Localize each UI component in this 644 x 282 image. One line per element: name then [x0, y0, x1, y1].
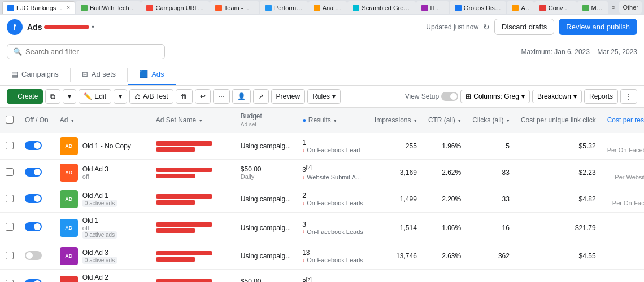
table-row: AD Old Ad 2 off 0 active ads $50.00 Dail… [0, 270, 644, 283]
row-toggle-cell-4[interactable] [19, 243, 54, 270]
nav-refresh-button[interactable]: ↻ [483, 23, 490, 32]
tab-maps[interactable]: Maps [577, 1, 608, 14]
toggle-0[interactable] [25, 141, 42, 150]
adset-redacted2-0 [156, 147, 195, 152]
result-icon-3: ↓ [302, 228, 305, 235]
tab-label-performance: Performance [274, 5, 303, 11]
row-adset-cell-2 [150, 186, 235, 213]
row-toggle-cell-5[interactable] [19, 270, 54, 283]
breakdown-label: Breakdown [537, 92, 571, 100]
edit-dropdown-button[interactable]: ▾ [114, 89, 127, 104]
select-all-checkbox[interactable] [6, 116, 14, 124]
row-cost-result-4: $38.48 [602, 243, 644, 270]
row-toggle-cell-0[interactable] [19, 133, 54, 160]
tab-groups[interactable]: Groups Discover [450, 1, 507, 14]
row-checkbox-cell[interactable] [0, 213, 19, 243]
tab-campaign[interactable]: Campaign URL Buil... [141, 1, 209, 14]
view-setup-toggle[interactable] [441, 92, 458, 101]
row-toggle-cell-3[interactable] [19, 213, 54, 243]
row-checkbox-cell[interactable] [0, 186, 19, 213]
tab-other-label[interactable]: Other [619, 1, 642, 14]
row-checkbox-cell[interactable] [0, 133, 19, 160]
more-cols-button[interactable]: ⋮ [620, 89, 637, 104]
header-cost-result[interactable]: Cost per result ↑ [602, 108, 644, 133]
tab-hotjar[interactable]: Team - Hotjar [210, 1, 259, 14]
header-ctr[interactable]: CTR (all) ▾ [423, 108, 467, 133]
cost-result-sub-1: Per Website Subm... [607, 174, 644, 180]
header-budget[interactable]: Budget Ad set [235, 108, 297, 133]
nav-red-bar [44, 25, 89, 29]
adset-redacted-0 [156, 141, 212, 146]
row-ad-cell-4: AD Old Ad 3 0 active ads [54, 243, 150, 270]
ab-test-button[interactable]: ⚖ A/B Test [129, 89, 173, 104]
more-button[interactable]: ⋯ [213, 89, 230, 104]
nav-dropdown-icon[interactable]: ▾ [92, 24, 94, 30]
create-button[interactable]: + Create [7, 89, 43, 104]
ad-name-3: Old 1 [82, 217, 117, 224]
header-ad[interactable]: Ad ▾ [54, 108, 150, 133]
view-setup-control[interactable]: View Setup [405, 92, 459, 101]
edit-button[interactable]: ✏️ Edit [79, 89, 111, 104]
tab-health[interactable]: Health [416, 1, 449, 14]
tab-overflow-button[interactable]: » [608, 3, 619, 11]
adsets-tab[interactable]: ⊞ Ad sets [71, 64, 127, 85]
preview-button[interactable]: Preview [271, 89, 306, 104]
tab-convertkit[interactable]: ConvertKit [534, 1, 577, 14]
header-results[interactable]: ● Results ▾ [297, 108, 369, 133]
ad-sort-icon: ▾ [71, 118, 74, 124]
toggle-3[interactable] [25, 222, 42, 231]
discard-drafts-button[interactable]: Discard drafts [494, 19, 554, 35]
row-checkbox-4[interactable] [6, 252, 14, 259]
ads-tab[interactable]: 🟦 Ads [128, 64, 175, 85]
header-off-on: Off / On [19, 108, 54, 133]
tab-affs[interactable]: Affs [507, 1, 533, 14]
row-clicks-0: 5 [467, 133, 515, 160]
row-checkbox-cell[interactable] [0, 160, 19, 186]
toggle-1[interactable] [25, 168, 42, 177]
search-input-wrap[interactable]: 🔍 [7, 44, 165, 59]
ad-cell-5: AD Old Ad 2 off 0 active ads [60, 274, 145, 282]
row-ctr-5: 2.15% [423, 270, 467, 283]
row-ctr-0: 1.96% [423, 133, 467, 160]
row-checkbox-5[interactable] [6, 280, 14, 282]
header-checkbox-cell[interactable] [0, 108, 19, 133]
assign-button[interactable]: 👤 [232, 89, 251, 104]
header-impressions[interactable]: Impressions ▾ [369, 108, 423, 133]
toggle-5[interactable] [25, 279, 42, 282]
undo-button[interactable]: ↩ [195, 89, 211, 104]
reports-button[interactable]: Reports [584, 89, 618, 104]
row-checkbox-1[interactable] [6, 168, 14, 176]
duplicate-button[interactable]: ⧉ [45, 89, 60, 104]
search-input[interactable] [25, 47, 127, 56]
tab-performance[interactable]: Performance [260, 1, 308, 14]
result-sup-1: [2] [306, 165, 312, 170]
rules-button[interactable]: Rules ▾ [307, 89, 341, 104]
header-clicks[interactable]: Clicks (all) ▾ [467, 108, 515, 133]
tab-label-scrambled: Scrambled Gregs S... [362, 5, 410, 11]
tab-close-ejg[interactable]: × [67, 5, 70, 11]
delete-button[interactable]: 🗑 [176, 89, 193, 104]
row-checkbox-cell[interactable] [0, 270, 19, 283]
header-adset[interactable]: Ad Set Name ▾ [150, 108, 235, 133]
row-toggle-cell-1[interactable] [19, 160, 54, 186]
review-publish-button[interactable]: Review and publish [559, 19, 637, 35]
export-button[interactable]: ↗ [253, 89, 269, 104]
row-checkbox-2[interactable] [6, 195, 14, 202]
columns-dropdown[interactable]: ⊞ Columns: Greg ▾ [460, 90, 530, 103]
tab-analytics[interactable]: Analytics [308, 1, 347, 14]
row-toggle-cell-2[interactable] [19, 186, 54, 213]
row-checkbox-cell[interactable] [0, 243, 19, 270]
tab-ejg[interactable]: EJG Rankings Over... × [2, 1, 75, 14]
duplicate-dropdown-button[interactable]: ▾ [63, 89, 76, 104]
breakdown-dropdown[interactable]: Breakdown ▾ [532, 90, 582, 103]
row-checkbox-3[interactable] [6, 223, 14, 231]
header-cost-unique[interactable]: Cost per unique link click [515, 108, 602, 133]
adset-redacted2-1 [156, 174, 195, 178]
tab-favicon-affs [512, 5, 519, 11]
campaigns-tab[interactable]: ▤ Campaigns [0, 64, 70, 85]
toggle-2[interactable] [25, 194, 42, 203]
tab-builtwith[interactable]: BuiltWith Technolo... [76, 1, 141, 14]
toggle-4[interactable] [25, 251, 42, 260]
tab-scrambled[interactable]: Scrambled Gregs S... [347, 1, 415, 14]
row-checkbox-0[interactable] [6, 142, 14, 149]
